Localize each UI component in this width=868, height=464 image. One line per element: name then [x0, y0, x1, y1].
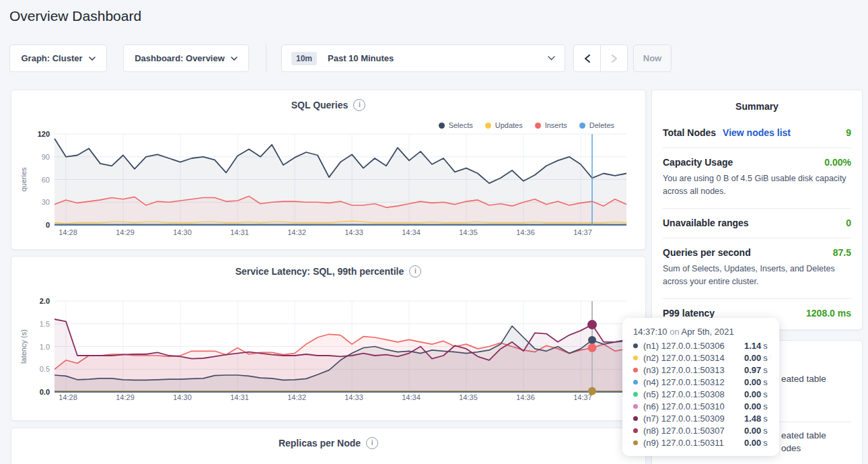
time-range-badge: 10m — [291, 52, 317, 65]
svg-text:30: 30 — [42, 198, 50, 206]
svg-text:14:30: 14:30 — [173, 228, 192, 236]
tooltip-timestamp: 14:37:10 on Apr 5th, 2021 — [633, 327, 768, 337]
svg-text:14:30: 14:30 — [173, 393, 192, 401]
node-color-dot — [633, 392, 638, 397]
queries-per-second-description: Sum of Selects, Updates, Inserts, and De… — [663, 263, 851, 289]
node-latency-value: 0.00 — [744, 389, 761, 399]
node-address: (n9) 127.0.0.1:50311 — [643, 438, 744, 448]
svg-text:14:34: 14:34 — [402, 228, 421, 236]
svg-text:120: 120 — [38, 130, 50, 138]
svg-text:14:35: 14:35 — [459, 228, 478, 236]
service-latency-card: Service Latency: SQL, 99th percentile i … — [11, 256, 646, 421]
capacity-usage-value: 0.00% — [824, 157, 851, 168]
next-time-button[interactable] — [601, 45, 627, 71]
node-color-dot — [633, 356, 638, 360]
node-color-dot — [633, 440, 638, 445]
node-latency-value: 0.97 — [744, 365, 761, 375]
tooltip-row: (n4) 127.0.0.1:503120.00s — [633, 376, 768, 388]
latency-tooltip: 14:37:10 on Apr 5th, 2021 (n1) 127.0.0.1… — [622, 318, 779, 456]
info-icon[interactable]: i — [353, 99, 365, 111]
summary-panel: Summary Total Nodes View nodes list 9 Ca… — [651, 90, 863, 330]
svg-text:14:33: 14:33 — [345, 393, 363, 401]
info-icon[interactable]: i — [366, 437, 378, 449]
node-color-dot — [633, 404, 638, 409]
node-address: (n4) 127.0.0.1:50312 — [643, 377, 744, 387]
event-item-fragment: eated table — [781, 374, 826, 384]
svg-text:14:34: 14:34 — [402, 393, 421, 401]
node-address: (n8) 127.0.0.1:50307 — [643, 426, 744, 436]
unavailable-ranges-value: 0 — [846, 218, 851, 228]
svg-text:1.0: 1.0 — [40, 343, 50, 351]
svg-text:14:37: 14:37 — [573, 393, 592, 401]
service-latency-chart-title: Service Latency: SQL, 99th percentile — [236, 266, 404, 277]
svg-text:14:37: 14:37 — [573, 228, 592, 236]
node-color-dot — [633, 368, 638, 372]
replicas-chart-title: Replicas per Node — [279, 438, 361, 449]
view-nodes-list-link[interactable]: View nodes list — [723, 127, 791, 138]
svg-text:14:35: 14:35 — [459, 393, 478, 401]
tooltip-row: (n9) 127.0.0.1:503110.00s — [633, 436, 768, 449]
svg-text:14:36: 14:36 — [516, 393, 535, 401]
summary-row-capacity-usage: Capacity Usage 0.00% You are using 0 B o… — [663, 147, 851, 208]
queries-per-second-value: 87.5 — [833, 247, 851, 258]
node-latency-value: 1.48 — [744, 413, 761, 424]
chevron-left-icon — [583, 54, 591, 63]
node-color-dot — [633, 380, 638, 385]
node-address: (n6) 127.0.0.1:50310 — [643, 401, 744, 411]
tooltip-row: (n5) 127.0.0.1:503080.00s — [633, 388, 768, 400]
time-range-label: Past 10 Minutes — [328, 53, 394, 63]
node-latency-value: 0.00 — [744, 401, 761, 411]
node-latency-value: 0.00 — [744, 438, 761, 448]
dashboard-selector-label: Dashboard: Overview — [135, 53, 225, 63]
sql-queries-chart-title: SQL Queries — [291, 100, 349, 110]
node-color-dot — [633, 428, 638, 433]
tooltip-row: (n7) 127.0.0.1:503091.48s — [633, 412, 768, 424]
summary-title: Summary — [663, 90, 851, 119]
node-latency-value: 0.00 — [744, 377, 761, 387]
p99-latency-value: 1208.0 ms — [806, 308, 851, 319]
tooltip-row: (n3) 127.0.0.1:503130.97s — [633, 364, 768, 376]
chevron-right-icon — [610, 54, 618, 63]
controls-divider — [266, 43, 266, 73]
replicas-per-node-card: Replicas per Node i — [11, 428, 646, 464]
sql-queries-chart[interactable]: 14:2814:2914:3014:3114:3214:3314:3414:35… — [11, 128, 647, 244]
now-button[interactable]: Now — [633, 44, 672, 72]
time-step-buttons — [573, 44, 628, 72]
prev-time-button[interactable] — [574, 45, 601, 71]
svg-text:14:32: 14:32 — [287, 393, 306, 401]
graph-selector-dropdown[interactable]: Graph: Cluster — [9, 44, 107, 72]
svg-text:1.5: 1.5 — [40, 320, 50, 328]
tooltip-row: (n2) 127.0.0.1:503140.00s — [633, 352, 768, 364]
svg-text:14:32: 14:32 — [287, 228, 306, 236]
svg-text:latency (s): latency (s) — [20, 329, 28, 364]
svg-text:14:28: 14:28 — [59, 393, 77, 401]
svg-text:14:28: 14:28 — [59, 228, 77, 236]
capacity-usage-description: You are using 0 B of 4.5 GiB usable disk… — [663, 172, 851, 199]
event-item-fragment: eated table odes — [781, 429, 826, 455]
time-range-dropdown[interactable]: 10m Past 10 Minutes — [281, 44, 565, 72]
node-address: (n5) 127.0.0.1:50308 — [643, 389, 744, 399]
svg-text:2.0: 2.0 — [40, 297, 50, 305]
chevron-down-icon — [231, 57, 238, 61]
svg-text:0.5: 0.5 — [40, 365, 50, 373]
summary-row-queries-per-second: Queries per second 87.5 Sum of Selects, … — [663, 238, 851, 298]
svg-text:14:29: 14:29 — [116, 393, 135, 401]
svg-text:14:33: 14:33 — [345, 228, 363, 236]
page-title: Overview Dashboard — [9, 8, 141, 24]
node-latency-value: 1.14 — [744, 341, 761, 351]
tooltip-row: (n6) 127.0.0.1:503100.00s — [633, 400, 768, 412]
node-color-dot — [633, 343, 638, 348]
chevron-down-icon — [548, 56, 555, 61]
service-latency-chart[interactable]: 14:2814:2914:3014:3114:3214:3314:3414:35… — [11, 290, 647, 409]
total-nodes-value: 9 — [846, 127, 851, 138]
summary-row-total-nodes: Total Nodes View nodes list 9 — [663, 119, 851, 147]
summary-row-unavailable-ranges: Unavailable ranges 0 — [663, 208, 851, 238]
svg-text:14:29: 14:29 — [116, 228, 135, 236]
info-icon[interactable]: i — [409, 265, 421, 277]
dashboard-selector-dropdown[interactable]: Dashboard: Overview — [123, 44, 249, 72]
sql-queries-card: SQL Queries i Selects Updates Inserts De… — [11, 90, 646, 250]
graph-selector-label: Graph: Cluster — [21, 53, 82, 63]
node-address: (n2) 127.0.0.1:50314 — [643, 353, 744, 363]
chevron-down-icon — [89, 57, 96, 61]
svg-text:60: 60 — [42, 176, 50, 184]
